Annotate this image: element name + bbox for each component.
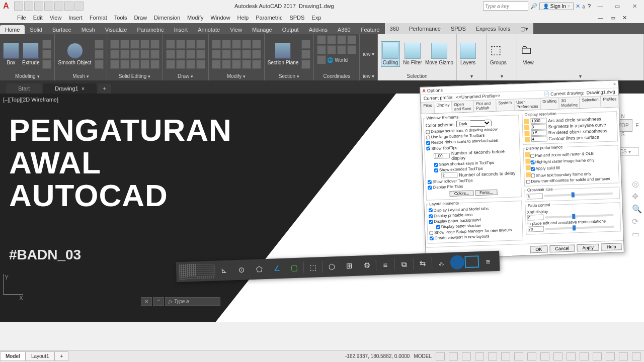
otab-open-save[interactable]: Open and Save: [451, 100, 474, 113]
ortho-icon[interactable]: ⊾: [215, 262, 233, 278]
sb-trans-icon[interactable]: [527, 352, 536, 360]
isodraft-icon[interactable]: ⬠: [251, 261, 268, 277]
command-line[interactable]: ✕ ⌃ ▷ Type a: [141, 296, 220, 307]
sb-ann-icon[interactable]: [567, 352, 576, 360]
tab-solid[interactable]: Solid: [25, 25, 47, 34]
inplace-input[interactable]: [527, 226, 543, 232]
world-ucs[interactable]: 🌐 World: [327, 57, 348, 63]
otab-display[interactable]: Display: [434, 101, 452, 113]
osnap-icon[interactable]: ∠: [268, 261, 286, 277]
dynucs-icon[interactable]: ⬡: [323, 259, 340, 275]
clean-screen-icon[interactable]: [464, 255, 479, 268]
customize-icon[interactable]: ≡: [479, 253, 497, 269]
ucs-icon[interactable]: Y X: [3, 274, 23, 302]
sb-osnap-icon[interactable]: [488, 352, 497, 360]
tab-drawing1[interactable]: Drawing1 ×: [43, 83, 97, 94]
grid-snap-icon[interactable]: [197, 263, 214, 279]
revolve-icon[interactable]: [42, 40, 51, 49]
tooltip-delay-input[interactable]: [441, 172, 457, 178]
sb-gear-icon[interactable]: [593, 352, 602, 360]
cancel-button[interactable]: Cancel: [549, 244, 575, 252]
model-space-label[interactable]: MODEL: [414, 353, 432, 359]
otab-selection[interactable]: Selection: [579, 96, 601, 108]
crosshair-size-input[interactable]: [526, 194, 542, 200]
apply-button[interactable]: Apply: [577, 243, 599, 251]
app-logo-icon[interactable]: A: [0, 0, 12, 12]
cmd-recent-icon[interactable]: ⌃: [153, 297, 164, 306]
window-minimize-icon[interactable]: —: [593, 3, 608, 9]
otab-system[interactable]: System: [496, 99, 514, 111]
nav-pan-icon[interactable]: ✥: [632, 192, 642, 201]
tab-mesh[interactable]: Mesh: [76, 25, 100, 34]
3dosnap-icon[interactable]: ▢: [286, 260, 303, 276]
tab-360[interactable]: 360: [385, 24, 404, 33]
sec-1-icon[interactable]: [301, 40, 310, 49]
xref-slider[interactable]: [545, 214, 614, 218]
inplace-slider[interactable]: [545, 226, 614, 230]
cmd-input[interactable]: ▷ Type a: [165, 297, 220, 306]
qat-plot-icon[interactable]: [54, 2, 63, 11]
menu-window[interactable]: Window: [210, 15, 230, 21]
sb-qp-icon[interactable]: [540, 352, 549, 360]
tab-view[interactable]: View: [225, 25, 247, 34]
polar-icon[interactable]: ⊙: [233, 262, 251, 278]
culling-button[interactable]: Culling: [381, 41, 400, 67]
qat-saveas-icon[interactable]: [44, 2, 53, 11]
tab-home[interactable]: Home: [0, 25, 25, 34]
search-icon[interactable]: 🔎: [530, 3, 537, 10]
tab-output[interactable]: Output: [277, 25, 304, 34]
tooltip-seconds-input[interactable]: [434, 153, 450, 159]
lineweight-icon[interactable]: ≡: [376, 257, 394, 273]
cycling-icon[interactable]: ⇆: [414, 256, 431, 272]
tab-a360[interactable]: A360: [333, 25, 356, 34]
sb-grid-icon[interactable]: [436, 352, 445, 360]
qat-save-icon[interactable]: [34, 2, 43, 11]
gear-icon[interactable]: ⚙: [358, 257, 375, 273]
menu-spds[interactable]: SPDS: [289, 15, 304, 21]
arc-smoothness-input[interactable]: [530, 118, 546, 124]
menu-express[interactable]: Exp: [311, 15, 321, 21]
mesh-1-icon[interactable]: [95, 40, 104, 49]
annotation-monitor-icon[interactable]: [450, 255, 464, 269]
nofilter-button[interactable]: No Filter: [403, 43, 422, 65]
tab-surface[interactable]: Surface: [47, 25, 76, 34]
layers-button[interactable]: Layers: [460, 43, 476, 65]
transparency-icon[interactable]: ⧉: [395, 256, 413, 272]
tab-visualize[interactable]: Visualize: [100, 25, 132, 34]
menu-modify[interactable]: Modify: [187, 15, 203, 21]
rendered-smoothness-input[interactable]: [531, 130, 547, 136]
mesh-2-icon[interactable]: [95, 50, 104, 59]
fonts-button[interactable]: Fonts...: [475, 189, 498, 196]
tab-performance[interactable]: Performance: [404, 24, 446, 33]
sb-max-icon[interactable]: [606, 352, 615, 360]
help-search-input[interactable]: Type a key: [483, 2, 528, 11]
tab-start[interactable]: Start: [6, 83, 42, 94]
tab-close-icon[interactable]: ×: [82, 85, 85, 92]
sb-sc-icon[interactable]: [553, 352, 562, 360]
menu-format[interactable]: Format: [90, 15, 107, 21]
view-button[interactable]: 🗀View: [520, 43, 536, 65]
xref-display-input[interactable]: [527, 215, 543, 221]
section-plane-button[interactable]: Section Plane: [268, 43, 299, 65]
sb-ortho-icon[interactable]: [462, 352, 471, 360]
app-share-icon[interactable]: ⍙: [582, 3, 586, 9]
color-scheme-select[interactable]: Dark: [456, 120, 492, 127]
tab-new-icon[interactable]: +: [98, 83, 111, 94]
smooth-object-button[interactable]: Smooth Object: [58, 43, 91, 65]
sb-cust-icon[interactable]: [632, 352, 641, 360]
tab-spds2[interactable]: SPDS: [446, 24, 471, 33]
doc-close-icon[interactable]: ✕: [622, 15, 627, 21]
exchange-icon[interactable]: ✕: [576, 3, 580, 10]
otab-files[interactable]: Files: [421, 102, 435, 114]
colors-button[interactable]: Colors...: [450, 190, 474, 197]
sec-3-icon[interactable]: [301, 60, 310, 69]
nav-showmotion-icon[interactable]: ▭: [632, 229, 642, 239]
model-tab[interactable]: Model: [0, 351, 26, 361]
crosshair-slider[interactable]: [544, 193, 613, 197]
sb-clean-icon[interactable]: [619, 352, 628, 360]
otab-profiles[interactable]: Profiles: [600, 95, 619, 107]
viewport-label[interactable]: [–][Top][2D Wireframe]: [3, 97, 58, 103]
sec-2-icon[interactable]: [301, 50, 310, 59]
nav-wheel-icon[interactable]: ◎: [632, 179, 642, 189]
options-close-icon[interactable]: ×: [613, 81, 616, 86]
